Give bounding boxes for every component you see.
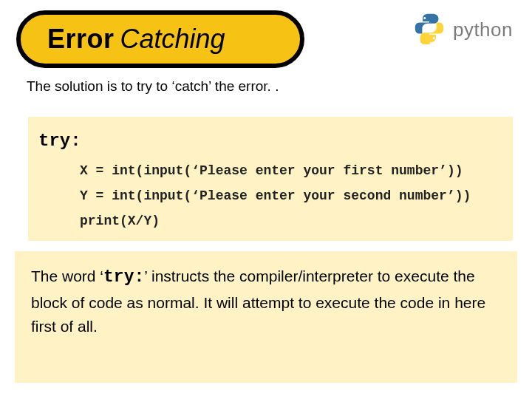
- slide: Error Catching python The solution is to…: [0, 0, 532, 399]
- slide-title-pill: Error Catching: [16, 10, 304, 68]
- code-line-1: X = int(input(‘Please enter your first n…: [38, 158, 508, 183]
- python-logo-icon: [413, 12, 446, 47]
- title-italic: Catching: [120, 24, 225, 55]
- explain-pre: The word ‘: [31, 267, 103, 284]
- python-logo: python: [413, 12, 513, 47]
- explanation-box: The word ‘try:’ instructs the compiler/i…: [15, 251, 517, 383]
- python-logo-word: python: [453, 18, 513, 41]
- title-bold: Error: [47, 24, 115, 55]
- intro-text: The solution is to try to ‘catch’ the er…: [27, 78, 279, 95]
- code-line-3: print(X/Y): [38, 208, 508, 233]
- code-block: try: X = int(input(‘Please enter your fi…: [28, 117, 513, 241]
- code-line-2: Y = int(input(‘Please enter your second …: [38, 183, 508, 208]
- code-try-keyword: try:: [38, 124, 508, 158]
- explain-keyword: try:: [103, 267, 144, 287]
